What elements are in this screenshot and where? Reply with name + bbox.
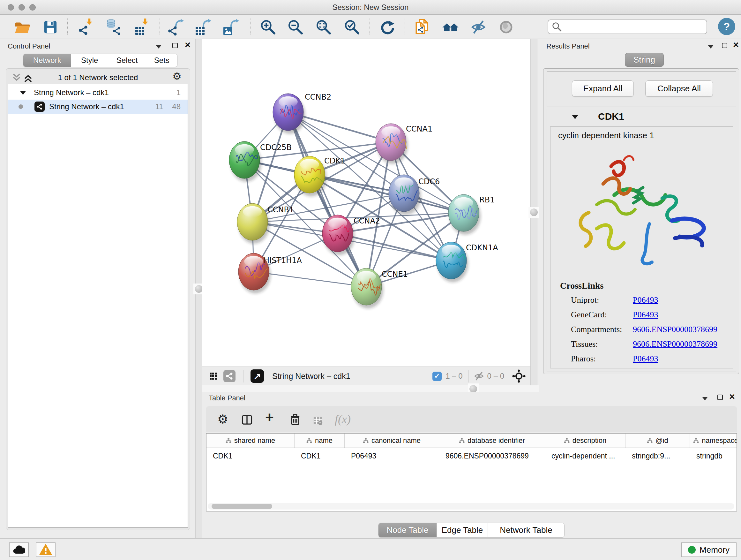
- network-style-badge-icon[interactable]: [223, 370, 235, 382]
- tab-sets[interactable]: Sets: [146, 54, 177, 67]
- search-field[interactable]: [548, 19, 707, 34]
- warning-button[interactable]: [36, 543, 56, 557]
- zoom-in-button[interactable]: [259, 18, 277, 37]
- results-panel-float-icon[interactable]: [722, 43, 727, 50]
- network-canvas[interactable]: CCNB2CCNA1CDC25BCDK1CDC6RB1CCNB1CCNA2CDK…: [202, 39, 530, 367]
- function-builder-icon[interactable]: f(x): [335, 413, 351, 426]
- control-panel-float-icon[interactable]: [172, 43, 178, 50]
- network-collection-row[interactable]: String Network – cdk1 1: [8, 85, 188, 100]
- crosslink-uniprot-link[interactable]: P06493: [633, 295, 658, 305]
- gray-lens-button[interactable]: [497, 18, 515, 37]
- right-divider-grip[interactable]: [529, 207, 539, 218]
- import-table-button[interactable]: [133, 18, 151, 37]
- tab-select[interactable]: Select: [108, 54, 146, 67]
- save-session-button[interactable]: [41, 18, 60, 37]
- table-cell[interactable]: CDK1: [294, 449, 345, 463]
- columns-icon[interactable]: [242, 415, 253, 425]
- toolbar-separator: [67, 18, 68, 35]
- network-node-ccna1[interactable]: CCNA1: [376, 124, 432, 164]
- network-node-hist1h1a[interactable]: HIST1H1A: [239, 253, 302, 294]
- zoom-fit-button[interactable]: [314, 18, 333, 37]
- grid-view-icon[interactable]: [209, 372, 217, 380]
- import-network-database-button[interactable]: [104, 18, 122, 37]
- network-options-gear-icon[interactable]: ⚙: [172, 71, 182, 81]
- column-header-name[interactable]: name: [294, 434, 345, 448]
- selected-count: 1 – 0: [446, 372, 462, 381]
- control-panel-menu-icon[interactable]: [156, 44, 161, 50]
- table-panel-close-icon[interactable]: ✕: [729, 394, 735, 399]
- table-cell[interactable]: stringdb: [690, 449, 737, 463]
- column-header-canonical-name[interactable]: canonical name: [345, 434, 439, 448]
- network-graph[interactable]: CCNB2CCNA1CDC25BCDK1CDC6RB1CCNB1CCNA2CDK…: [202, 39, 530, 367]
- zoom-selected-button[interactable]: [343, 18, 361, 37]
- network-node-ccnb2[interactable]: CCNB2: [273, 92, 331, 134]
- column-header-description[interactable]: description: [545, 434, 625, 448]
- welcome-screen-button[interactable]: [441, 18, 460, 37]
- tab-string[interactable]: String: [625, 53, 664, 67]
- network-node-cdkn1a[interactable]: CDKN1A: [436, 242, 498, 282]
- pan-crosshair-icon[interactable]: [512, 369, 526, 383]
- table-cell[interactable]: cyclin-dependent ...: [545, 449, 625, 463]
- memory-button[interactable]: Memory: [681, 543, 737, 557]
- right-pane-divider[interactable]: [530, 39, 537, 385]
- clone-network-button[interactable]: [413, 18, 431, 37]
- help-button[interactable]: ?: [718, 18, 735, 35]
- cdk1-collapse-icon[interactable]: [572, 115, 578, 119]
- table-cell[interactable]: CDK1: [206, 449, 294, 463]
- expand-all-button[interactable]: Expand All: [572, 80, 634, 97]
- tab-network[interactable]: Network: [23, 54, 71, 67]
- collapse-all-button[interactable]: Collapse All: [645, 80, 713, 97]
- network-row-selected[interactable]: String Network – cdk1 11 48: [8, 100, 188, 114]
- plus-icon[interactable]: +: [265, 409, 274, 426]
- search-input[interactable]: [565, 23, 706, 31]
- tab-style[interactable]: Style: [71, 54, 108, 67]
- delete-table-icon[interactable]: [313, 416, 323, 425]
- export-image-button[interactable]: [222, 18, 240, 37]
- navigator-button[interactable]: ↗: [251, 369, 264, 383]
- tab-network-table[interactable]: Network Table: [488, 523, 564, 537]
- tab-node-table[interactable]: Node Table: [379, 523, 436, 537]
- column-header-namespace[interactable]: namespace: [690, 434, 737, 448]
- table-panel-float-icon[interactable]: [718, 395, 723, 401]
- table-gear-icon[interactable]: ⚙: [217, 413, 228, 425]
- network-node-ccna2[interactable]: CCNA2: [322, 215, 380, 255]
- collection-expand-icon[interactable]: [20, 91, 26, 95]
- crosslink-tissues-link[interactable]: 9606.ENSP00000378699: [633, 339, 718, 349]
- trash-icon[interactable]: [289, 414, 301, 425]
- tab-edge-table[interactable]: Edge Table: [436, 523, 488, 537]
- export-table-button[interactable]: [194, 18, 212, 37]
- refresh-button[interactable]: [378, 18, 396, 37]
- table-cell[interactable]: 9606.ENSP00000378699: [439, 449, 545, 463]
- table-row[interactable]: CDK1CDK1P064939606.ENSP00000378699cyclin…: [206, 449, 737, 463]
- results-panel-menu-icon[interactable]: [708, 44, 714, 50]
- results-panel-close-icon[interactable]: ✕: [733, 42, 739, 48]
- cloud-button[interactable]: [9, 543, 29, 557]
- import-network-button[interactable]: [77, 18, 96, 37]
- left-pane-divider[interactable]: [195, 39, 202, 538]
- open-session-button[interactable]: [13, 18, 31, 37]
- column-header-shared-name[interactable]: shared name: [206, 434, 294, 448]
- network-node-rb1[interactable]: RB1: [448, 194, 495, 235]
- network-node-ccne1[interactable]: CCNE1: [351, 268, 408, 308]
- crosslink-compartments-link[interactable]: 9606.ENSP00000378699: [633, 325, 718, 334]
- network-node-cdk1[interactable]: CDK1: [294, 156, 345, 196]
- table-cell[interactable]: P06493: [345, 449, 439, 463]
- scrollbar-thumb[interactable]: [212, 504, 272, 509]
- column-header--id[interactable]: @id: [625, 434, 690, 448]
- cloud-icon: [13, 545, 25, 555]
- control-panel-close-icon[interactable]: ✕: [185, 42, 191, 48]
- column-header-database-identifier[interactable]: database identifier: [439, 434, 545, 448]
- table-panel-menu-icon[interactable]: [702, 396, 708, 401]
- crosslink-pharos-link[interactable]: P06493: [633, 354, 658, 364]
- table-cell[interactable]: stringdb:9...: [625, 449, 690, 463]
- crosslink-genecard-link[interactable]: P06493: [633, 310, 658, 320]
- network-node-cdc25b[interactable]: CDC25B: [229, 141, 292, 182]
- selected-checkbox[interactable]: ✓: [432, 372, 442, 381]
- horizontal-scrollbar[interactable]: [208, 503, 734, 509]
- zoom-out-button[interactable]: [286, 18, 305, 37]
- export-network-button[interactable]: [166, 18, 185, 37]
- hide-unhide-button[interactable]: [469, 18, 488, 37]
- network-node-ccnb1[interactable]: CCNB1: [237, 203, 294, 244]
- expand-collapse-box: Expand All Collapse All: [547, 71, 736, 107]
- hidden-eye-icon[interactable]: [474, 371, 484, 381]
